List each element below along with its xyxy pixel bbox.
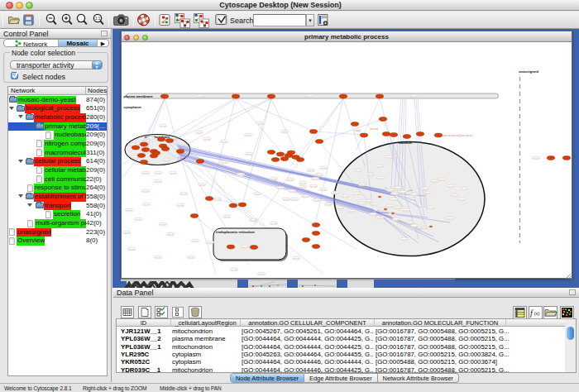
svg-text:[xx xx]: [xx xx]	[242, 246, 248, 248]
svg-text:[xx xx]: [xx xx]	[132, 156, 138, 159]
svg-text:unassigned: unassigned	[519, 69, 538, 74]
svg-text:[xx xx]: [xx xx]	[342, 195, 348, 198]
svg-text:[xx xx]: [xx xx]	[292, 198, 298, 201]
svg-text:[xx xx]: [xx xx]	[326, 203, 332, 206]
svg-text:[xx xx]: [xx xx]	[402, 238, 408, 241]
svg-text:[xx xx]: [xx xx]	[156, 172, 161, 174]
svg-text:[xx xx]: [xx xx]	[404, 209, 409, 212]
svg-text:[xx xx]: [xx xx]	[136, 218, 141, 221]
svg-text:[xx xx]: [xx xx]	[359, 203, 365, 205]
svg-text:[xx xx]: [xx xx]	[193, 240, 199, 242]
svg-text:[xx xx]: [xx xx]	[349, 210, 355, 213]
svg-text:[xx xx]: [xx xx]	[311, 185, 317, 188]
svg-text:[xx xx]: [xx xx]	[386, 156, 392, 159]
svg-text:[xx xx]: [xx xx]	[232, 269, 237, 271]
svg-text:[xx xx]: [xx xx]	[360, 184, 366, 186]
svg-text:[xx xx]: [xx xx]	[452, 194, 458, 197]
svg-text:[xx xx]: [xx xx]	[337, 207, 343, 209]
svg-text:[xx xx]: [xx xx]	[148, 137, 154, 140]
svg-text:plasma membrane: plasma membrane	[124, 94, 154, 98]
svg-text:[xx xx]: [xx xx]	[408, 222, 414, 224]
svg-text:[xx xx]: [xx xx]	[422, 227, 428, 229]
svg-text:[xx xx]: [xx xx]	[425, 192, 431, 194]
svg-text:[xx xx]: [xx xx]	[294, 257, 299, 260]
svg-text:[xx xx]: [xx xx]	[439, 179, 445, 181]
svg-text:[xx xx]: [xx xx]	[282, 131, 288, 133]
svg-text:[xx xx]: [xx xx]	[321, 189, 327, 191]
svg-text:[xx xx]: [xx xx]	[181, 193, 187, 195]
svg-text:[xx xx]: [xx xx]	[368, 174, 374, 176]
svg-text:[xx xx]: [xx xx]	[259, 273, 265, 275]
svg-text:[xx xx]: [xx xx]	[178, 204, 184, 207]
svg-text:[xx xx]: [xx xx]	[160, 223, 166, 226]
svg-text:[xx xx]: [xx xx]	[290, 190, 295, 193]
svg-text:[xx xx]: [xx xx]	[371, 213, 376, 216]
svg-text:[xx xx]: [xx xx]	[333, 192, 338, 194]
svg-text:endoplasmic reticulum: endoplasmic reticulum	[216, 230, 255, 234]
svg-text:[xx xx]: [xx xx]	[300, 182, 306, 184]
svg-text:[xx xx]: [xx xx]	[448, 185, 454, 188]
svg-text:[xx xx]: [xx xx]	[278, 187, 284, 189]
svg-text:[xx xx]: [xx xx]	[251, 219, 256, 222]
svg-text:[xx xx]: [xx xx]	[129, 248, 135, 251]
svg-text:[xx xx]: [xx xx]	[388, 189, 394, 192]
svg-text:[xx xx]: [xx xx]	[300, 186, 306, 189]
svg-text:[xx xx]: [xx xx]	[224, 216, 230, 218]
svg-text:[xx xx]: [xx xx]	[164, 159, 170, 161]
svg-text:[xx xx]: [xx xx]	[189, 256, 194, 259]
svg-text:[xx xx]: [xx xx]	[423, 188, 428, 190]
svg-text:[xx xx]: [xx xx]	[246, 153, 252, 155]
svg-text:[xx xx]: [xx xx]	[303, 195, 309, 198]
svg-text:[xx xx]: [xx xx]	[378, 177, 384, 179]
svg-text:[xx xx]: [xx xx]	[170, 172, 176, 174]
svg-text:[xxxx]: [xxxx]	[355, 129, 361, 132]
svg-text:[xx xx]: [xx xx]	[459, 198, 465, 201]
svg-text:[xx xx]: [xx xx]	[143, 172, 149, 174]
svg-text:[xx xx]: [xx xx]	[395, 207, 401, 209]
svg-text:[xx xx]: [xx xx]	[168, 233, 174, 236]
svg-text:[xx xx]: [xx xx]	[222, 161, 227, 164]
svg-text:[xx xx]: [xx xx]	[313, 178, 318, 180]
svg-text:[xx xx]: [xx xx]	[208, 241, 213, 244]
svg-text:cytoplasm: cytoplasm	[124, 105, 141, 109]
svg-text:[xx xx]: [xx xx]	[447, 218, 453, 220]
svg-text:[xx xx]: [xx xx]	[222, 141, 227, 143]
svg-text:[xx xx]: [xx xx]	[307, 95, 313, 98]
svg-text:[xx xx]: [xx xx]	[412, 225, 418, 227]
svg-text:(x): (x)	[534, 311, 540, 316]
svg-text:[xx xx]: [xx xx]	[321, 167, 327, 170]
svg-text:[xx xx]: [xx xx]	[462, 188, 467, 190]
svg-text:[xx xx]: [xx xx]	[271, 178, 277, 180]
svg-text:[xx xx]: [xx xx]	[412, 194, 418, 196]
svg-text:[xx xx]: [xx xx]	[392, 193, 398, 195]
svg-text:[xx xx]: [xx xx]	[246, 134, 251, 136]
svg-text:[xx xx]: [xx xx]	[199, 184, 205, 186]
svg-text:[xx xx]: [xx xx]	[377, 217, 383, 219]
svg-text:[xx xx]: [xx xx]	[255, 193, 261, 195]
svg-text:[xx xx]: [xx xx]	[143, 190, 149, 193]
svg-text:[xx xx]: [xx xx]	[156, 256, 161, 259]
svg-text:[xx xx]: [xx xx]	[400, 191, 406, 194]
svg-text:[xx xx]: [xx xx]	[428, 207, 434, 209]
svg-text:[xx xxxx]: [xx xxxx]	[370, 127, 378, 131]
svg-text:[xx xx]: [xx xx]	[394, 218, 400, 221]
svg-text:[xx xx]: [xx xx]	[395, 187, 401, 189]
svg-text:[xx xx]: [xx xx]	[215, 198, 221, 201]
svg-text:[xx xx]: [xx xx]	[372, 203, 378, 206]
svg-text:[xx xx]: [xx xx]	[271, 222, 277, 225]
svg-text:[xx xx]: [xx xx]	[127, 209, 132, 212]
svg-text:[xxxx xx xxxx xxx][xxxx xxxx x: [xxxx xx xxxx xxx][xxxx xxxx xx]	[443, 134, 473, 137]
svg-text:[xx xx]: [xx xx]	[356, 170, 361, 172]
svg-text:1:1: 1:1	[95, 17, 101, 21]
svg-text:[xx xx]: [xx xx]	[198, 95, 203, 98]
svg-text:[xx xx]: [xx xx]	[204, 138, 210, 141]
svg-text:[xx xx]: [xx xx]	[197, 131, 203, 134]
svg-text:[xx xx]: [xx xx]	[124, 232, 130, 234]
svg-text:[xx xx]: [xx xx]	[366, 200, 372, 203]
svg-text:[xx xx]: [xx xx]	[257, 122, 263, 125]
svg-text:[xx xx]: [xx xx]	[238, 174, 244, 176]
svg-text:nucleus: nucleus	[399, 141, 413, 145]
svg-text:[xx xx]: [xx xx]	[412, 95, 418, 98]
svg-text:[xx xx]: [xx xx]	[156, 180, 161, 183]
svg-text:[xx xx]: [xx xx]	[317, 174, 323, 176]
